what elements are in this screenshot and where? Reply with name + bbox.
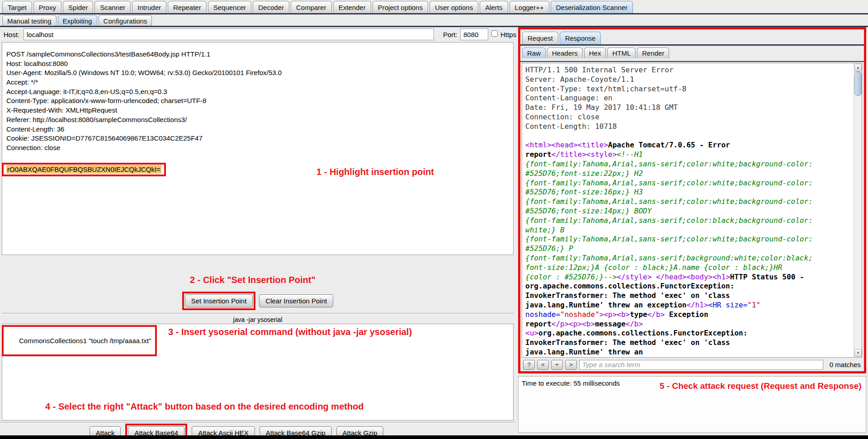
tab-manual-testing[interactable]: Manual testing — [2, 15, 57, 27]
request-line: User-Agent: Mozilla/5.0 (Windows NT 10.0… — [6, 68, 282, 78]
port-input[interactable] — [460, 28, 488, 40]
request-line: Connection: close — [6, 143, 282, 153]
search-matches-count: 0 matches — [830, 361, 861, 368]
request-line: Referer: http://localhost:8080/sampleCom… — [6, 115, 282, 125]
tab-exploiting[interactable]: Exploiting — [58, 15, 97, 27]
scroll-up-icon[interactable]: ▲ — [854, 64, 862, 71]
tab-project-options[interactable]: Project options — [373, 1, 428, 14]
set-insertion-point-red-box: Set Insertion Point — [182, 292, 256, 310]
response-segment: ><p><b> — [599, 310, 630, 319]
set-insertion-point-button[interactable]: Set Insertion Point — [185, 294, 253, 307]
tab-response[interactable]: Response — [560, 32, 601, 44]
tab-proxy[interactable]: Proxy — [33, 1, 61, 14]
ysoserial-label: java -jar ysoserial — [2, 316, 514, 323]
response-segment: noshade= — [525, 310, 560, 319]
response-segment: </p><p><b> — [552, 320, 595, 328]
request-editor[interactable]: POST /sampleCommonsCollections3/testBase… — [2, 42, 514, 255]
scroll-down-icon[interactable]: ▼ — [854, 349, 862, 357]
response-segment: "1" — [747, 301, 760, 309]
response-segment: </h1> — [686, 301, 708, 309]
divider — [2, 313, 514, 314]
message-tab-bar: Request Response — [520, 32, 601, 44]
request-line: POST /sampleCommonsCollections3/testBase… — [6, 50, 282, 59]
response-segment: <!--H1 {font-family:Tahoma,Arial,sans-se… — [525, 150, 813, 281]
response-segment: </style> — [617, 273, 651, 281]
search-prev-button[interactable]: < — [537, 360, 549, 370]
ysoserial-command-red-box: CommonsCollections1 "touch /tmp/aaaa.txt… — [2, 325, 157, 356]
scrollbar-thumb[interactable] — [854, 71, 862, 96]
response-segment: <HR size= — [708, 301, 748, 309]
request-headers: POST /sampleCommonsCollections3/testBase… — [6, 50, 282, 153]
search-bar: ? < + > 0 matches — [522, 359, 862, 370]
tab-comparer[interactable]: Comparer — [291, 1, 332, 14]
tab-decoder[interactable]: Decoder — [253, 1, 289, 14]
request-line: Accept-Language: it-IT,it;q=0.8,en-US;q=… — [6, 87, 282, 97]
response-segment: org.apache.commons.collections.FunctorEx… — [525, 329, 747, 356]
annotation-3-insert-ysoserial-command: 3 - Insert ysoserial command (without ja… — [168, 327, 412, 337]
main-tab-bar: Target Proxy Spider Scanner Intruder Rep… — [0, 1, 633, 14]
tab-html[interactable]: HTML — [607, 47, 636, 58]
tab-headers[interactable]: Headers — [547, 47, 583, 58]
bottom-black-bar — [0, 435, 868, 439]
view-tab-underline — [520, 61, 864, 62]
highlighted-serialized-payload: rO0ABXQAE0FBQUFBQSBUZXN0IEJCQkJCQkI= — [6, 165, 161, 174]
request-line: Accept: */* — [6, 78, 282, 87]
host-input[interactable] — [24, 28, 434, 40]
tab-render[interactable]: Render — [637, 47, 669, 58]
annotation-2-click-set-insertion-point: 2 - Click "Set Insertion Point" — [190, 275, 316, 285]
response-segment: type — [630, 310, 647, 319]
response-panel-red-box: Request Response Raw Headers Hex HTML Re… — [518, 27, 866, 373]
view-tab-bar: Raw Headers Hex HTML Render — [520, 47, 669, 58]
tab-repeater[interactable]: Repeater — [168, 1, 207, 14]
vertical-scrollbar[interactable]: ▲ ▼ — [854, 63, 862, 357]
response-raw-text: HTTP/1.1 500 Internal Server Error Serve… — [525, 66, 851, 357]
tab-intruder[interactable]: Intruder — [132, 1, 166, 14]
request-line: X-Requested-With: XMLHttpRequest — [6, 106, 282, 115]
tab-deserialization-scanner[interactable]: Deserialization Scanner — [551, 1, 633, 14]
insertion-point-red-box: rO0ABXQAE0FBQUFBQSBUZXN0IEJCQkJCQkI= — [2, 163, 166, 176]
search-add-button[interactable]: + — [551, 360, 563, 370]
request-line: Host: localhost:8080 — [6, 59, 282, 69]
tab-user-options[interactable]: User options — [429, 1, 478, 14]
response-segment: <html><head><title> — [525, 141, 608, 149]
response-segment: HTTP/1.1 500 Internal Server Error Serve… — [525, 66, 686, 131]
tab-spider[interactable]: Spider — [63, 1, 93, 14]
search-next-button[interactable]: > — [565, 360, 577, 370]
tab-hex[interactable]: Hex — [584, 47, 606, 58]
tab-loggerpp[interactable]: Logger++ — [509, 1, 549, 14]
response-segment: </head><body><h1> — [656, 273, 730, 281]
tab-sequencer[interactable]: Sequencer — [208, 1, 252, 14]
https-checkbox[interactable] — [491, 30, 498, 37]
https-label: Https — [500, 31, 516, 38]
tab-extender[interactable]: Extender — [333, 1, 371, 14]
annotation-1-highlight-insertion-point: 1 - Highlight insertion point — [316, 167, 434, 177]
response-segment: message — [595, 320, 625, 328]
response-segment: "noshade" — [560, 310, 599, 319]
response-segment: <u> — [525, 329, 538, 337]
host-label: Host: — [4, 31, 19, 38]
search-help-button[interactable]: ? — [523, 360, 535, 370]
tab-configurations[interactable]: Configurations — [99, 15, 152, 27]
insertion-button-row: Set Insertion Point Clear Insertion Poin… — [2, 292, 514, 310]
clear-insertion-point-button[interactable]: Clear Insertion Point — [259, 294, 333, 307]
annotation-5-check-attack-request: 5 - Check attack request (Request and Re… — [660, 381, 862, 391]
ysoserial-command-text: CommonsCollections1 "touch /tmp/aaaa.txt… — [19, 337, 151, 345]
tab-raw[interactable]: Raw — [522, 47, 546, 58]
request-line: Content-Length: 36 — [6, 125, 282, 134]
response-segment — [651, 273, 656, 281]
tab-alerts[interactable]: Alerts — [480, 1, 508, 14]
response-segment: </title><style> — [552, 150, 617, 159]
main-tab-underline — [0, 13, 868, 14]
request-line: Cookie: JSESSIONID=D7767C81564069867E13C… — [6, 134, 282, 143]
tab-request[interactable]: Request — [522, 32, 558, 44]
annotation-4-select-attack-button: 4 - Select the right "Attack" button bas… — [45, 401, 364, 412]
message-tab-underline — [520, 44, 864, 46]
response-segment: </b> — [647, 310, 665, 319]
time-to-execute-label: Time to execute: 55 milliseconds — [522, 379, 620, 387]
response-viewer[interactable]: HTTP/1.1 500 Internal Server Error Serve… — [522, 63, 862, 358]
search-input[interactable] — [579, 360, 823, 370]
tab-target[interactable]: Target — [2, 1, 32, 14]
port-label: Port: — [443, 31, 458, 38]
tab-scanner[interactable]: Scanner — [94, 1, 131, 14]
divider — [0, 422, 515, 423]
